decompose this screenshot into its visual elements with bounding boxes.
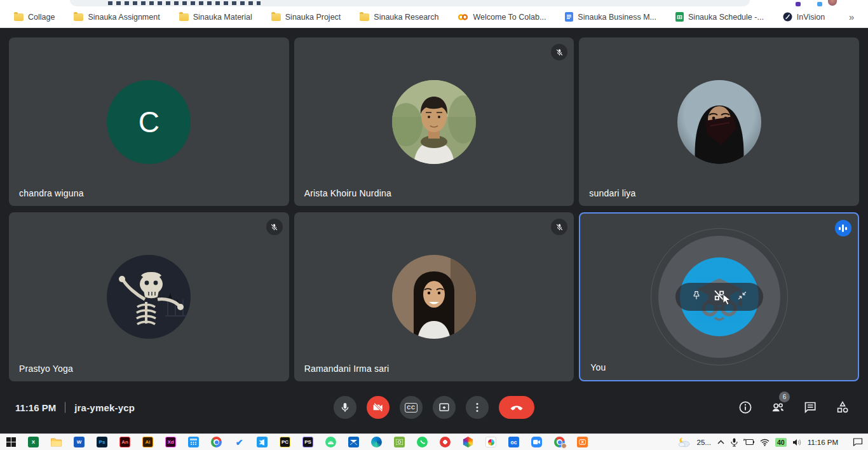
video-tile-ramandani[interactable]: Ramandani Irma sari bbox=[294, 212, 574, 381]
participants-count-badge: 6 bbox=[779, 392, 790, 402]
weather-icon[interactable] bbox=[677, 437, 691, 447]
call-controls: CC bbox=[334, 396, 534, 419]
battery-percent-badge[interactable]: 40 bbox=[775, 438, 787, 447]
photoshop-icon[interactable]: Ps bbox=[97, 437, 107, 447]
chrome-icon[interactable] bbox=[211, 437, 222, 447]
invision-icon bbox=[783, 12, 792, 22]
volume-icon[interactable] bbox=[792, 439, 802, 446]
pin-tile-button[interactable] bbox=[690, 289, 703, 304]
adobe-xd-icon[interactable]: Xd bbox=[165, 437, 176, 447]
meeting-time: 11:16 PM bbox=[15, 402, 56, 413]
xampp-icon[interactable]: X bbox=[577, 437, 588, 447]
system-tray: 25... 40 11:16 PM bbox=[677, 437, 865, 447]
bookmark-sinauka-business[interactable]: Sinauka Business M... bbox=[565, 12, 656, 22]
weather-temp[interactable]: 25... bbox=[697, 439, 711, 446]
meeting-details-button[interactable] bbox=[738, 400, 753, 415]
pycharm-icon[interactable]: PC bbox=[280, 437, 290, 447]
address-bar[interactable] bbox=[70, 0, 750, 6]
mic-button[interactable] bbox=[334, 396, 356, 419]
meet-bottom-bar: 11:16 PM jra-ymek-ycp CC 6 bbox=[0, 381, 868, 433]
participant-name: Arista Khoiru Nurdina bbox=[304, 188, 391, 198]
meeting-info: 11:16 PM jra-ymek-ycp bbox=[15, 402, 135, 413]
bookmark-sinauka-research[interactable]: Sinauka Research bbox=[360, 13, 438, 22]
bookmark-label: Collage bbox=[28, 13, 55, 22]
edge-icon[interactable] bbox=[371, 437, 382, 447]
mail-icon[interactable] bbox=[348, 437, 359, 447]
bookmark-label: Sinauka Project bbox=[285, 13, 341, 22]
calendar-app-icon[interactable] bbox=[188, 437, 199, 447]
mic-muted-badge bbox=[266, 219, 283, 235]
meet-app: C chandra wiguna bbox=[0, 28, 868, 433]
bookmark-label: Sinauka Material bbox=[193, 13, 252, 22]
camtasia-icon[interactable] bbox=[440, 437, 451, 447]
video-tile-you[interactable]: You bbox=[579, 212, 859, 381]
participant-name: Ramandani Irma sari bbox=[304, 364, 390, 374]
tile-hover-actions bbox=[675, 283, 763, 311]
bookmark-sinauka-assignment[interactable]: Sinauka Assignment bbox=[74, 13, 159, 22]
tray-microphone-icon[interactable] bbox=[731, 438, 738, 447]
hexagon-app-icon[interactable] bbox=[463, 437, 473, 447]
video-tile-prastyo[interactable]: Prastyo Yoga bbox=[9, 212, 289, 381]
bookmark-collage[interactable]: Collage bbox=[14, 13, 55, 22]
tray-expand-chevron-icon[interactable] bbox=[717, 439, 725, 445]
browser-chrome-top bbox=[0, 0, 868, 6]
bookmark-label: Sinauka Schedule -... bbox=[688, 13, 764, 22]
end-call-button[interactable] bbox=[499, 396, 534, 419]
slack-icon[interactable] bbox=[485, 437, 496, 447]
action-center-icon[interactable] bbox=[853, 438, 863, 446]
owncloud-icon[interactable]: oc bbox=[508, 437, 519, 447]
folder-icon bbox=[271, 13, 281, 21]
bookmark-sinauka-project[interactable]: Sinauka Project bbox=[271, 13, 341, 22]
bookmark-sinauka-schedule[interactable]: Sinauka Schedule -... bbox=[675, 12, 764, 22]
extension-icon-2[interactable] bbox=[817, 2, 822, 6]
meet-panel-buttons: 6 bbox=[738, 400, 850, 415]
battery-icon[interactable] bbox=[743, 439, 754, 446]
zoom-icon[interactable] bbox=[531, 437, 542, 447]
participant-name: sundari liya bbox=[589, 188, 635, 198]
whatsapp-icon[interactable] bbox=[417, 437, 428, 447]
minimize-tile-button[interactable] bbox=[736, 289, 749, 304]
check-app-icon[interactable]: ✔ bbox=[234, 437, 245, 447]
video-tile-sundari[interactable]: sundari liya bbox=[579, 38, 859, 206]
activities-button[interactable] bbox=[835, 400, 850, 415]
wifi-icon[interactable] bbox=[760, 439, 770, 446]
more-options-button[interactable] bbox=[466, 396, 489, 419]
url-text-fragment bbox=[108, 1, 261, 5]
avatar-photo bbox=[677, 80, 761, 164]
bookmarks-overflow-chevron[interactable]: » bbox=[849, 11, 854, 22]
word-icon[interactable]: W bbox=[74, 437, 85, 447]
participants-button[interactable]: 6 bbox=[770, 400, 785, 415]
bookmark-invision[interactable]: InVision bbox=[783, 12, 825, 22]
illustrator-icon[interactable]: Ai bbox=[142, 437, 153, 447]
taskbar-apps: X W Ps An Ai Xd ✔ PC PS oc X bbox=[6, 437, 588, 447]
browser-profile-avatar[interactable] bbox=[828, 0, 837, 6]
phpstorm-icon[interactable]: PS bbox=[302, 437, 313, 447]
bookmark-sinauka-material[interactable]: Sinauka Material bbox=[179, 13, 252, 22]
windows-taskbar: X W Ps An Ai Xd ✔ PC PS oc X bbox=[0, 433, 868, 450]
folder-icon bbox=[179, 13, 189, 21]
file-explorer-icon[interactable] bbox=[51, 437, 62, 447]
animate-icon[interactable]: An bbox=[119, 437, 130, 447]
bookmark-welcome-to-colab[interactable]: Welcome To Colab... bbox=[458, 13, 546, 22]
camera-app-icon[interactable] bbox=[394, 437, 405, 447]
chrome-profile-icon[interactable] bbox=[554, 437, 565, 447]
extension-icon[interactable] bbox=[796, 2, 801, 6]
start-button[interactable] bbox=[6, 437, 16, 447]
android-emulator-icon[interactable] bbox=[325, 437, 336, 447]
video-tile-arista[interactable]: Arista Khoiru Nurdina bbox=[294, 38, 574, 206]
captions-button[interactable]: CC bbox=[400, 396, 423, 419]
bookmark-label: Sinauka Assignment bbox=[88, 13, 159, 22]
taskbar-clock[interactable]: 11:16 PM bbox=[808, 439, 838, 446]
video-tile-chandra[interactable]: C chandra wiguna bbox=[9, 38, 289, 206]
vscode-icon[interactable] bbox=[257, 437, 268, 447]
avatar-photo bbox=[392, 80, 476, 164]
camera-off-button[interactable] bbox=[367, 396, 390, 419]
excel-icon[interactable]: X bbox=[28, 437, 39, 447]
avatar-photo bbox=[392, 255, 476, 339]
meeting-code: jra-ymek-ycp bbox=[74, 402, 135, 413]
present-button[interactable] bbox=[433, 396, 456, 419]
bookmark-label: Sinauka Research bbox=[374, 13, 438, 22]
chat-button[interactable] bbox=[803, 400, 818, 415]
bookmark-label: Sinauka Business M... bbox=[578, 13, 656, 22]
bookmark-label: Welcome To Colab... bbox=[473, 13, 546, 22]
